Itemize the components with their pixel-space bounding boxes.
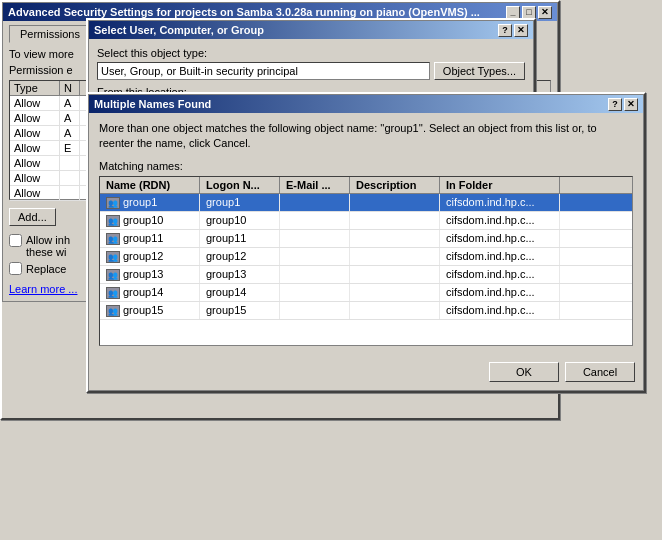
folder-cell: cifsdom.ind.hp.c... (440, 230, 560, 247)
minimize-button[interactable]: _ (506, 6, 520, 19)
allow-inh-label: Allow inh (26, 234, 70, 246)
name-cell (60, 156, 80, 170)
name-cell: 👥group15 (100, 302, 200, 319)
desc-cell (350, 266, 440, 283)
group-icon: 👥 (106, 305, 120, 317)
group-icon: 👥 (106, 197, 120, 209)
group-icon: 👥 (106, 287, 120, 299)
replace-checkbox[interactable] (9, 262, 22, 275)
name-cell (60, 171, 80, 185)
type-cell: Allow (10, 96, 60, 110)
learn-more-link[interactable]: Learn more ... (9, 283, 77, 295)
name-cell: 👥group1 (100, 194, 200, 211)
allow-inh-checkbox[interactable] (9, 234, 22, 247)
select-user-title: Select User, Computer, or Group (94, 24, 264, 36)
folder-cell: cifsdom.ind.hp.c... (440, 212, 560, 229)
type-cell: Allow (10, 186, 60, 200)
table-row[interactable]: 👥group10 group10 cifsdom.ind.hp.c... (100, 212, 632, 230)
table-row[interactable]: 👥group1 group1 cifsdom.ind.hp.c... (100, 194, 632, 212)
desc-cell (350, 284, 440, 301)
main-window-title: Advanced Security Settings for projects … (8, 6, 480, 18)
select-user-help-btn[interactable]: ? (498, 24, 512, 37)
col-folder: In Folder (440, 177, 560, 193)
email-cell (280, 230, 350, 247)
col-email: E-Mail ... (280, 177, 350, 193)
type-col-header: Type (10, 81, 60, 95)
email-cell (280, 266, 350, 283)
group-icon: 👥 (106, 251, 120, 263)
name-cell: A (60, 111, 80, 125)
name-cell: 👥group14 (100, 284, 200, 301)
name-cell: 👥group11 (100, 230, 200, 247)
email-cell (280, 284, 350, 301)
type-cell: Allow (10, 141, 60, 155)
desc-cell (350, 194, 440, 211)
folder-cell: cifsdom.ind.hp.c... (440, 266, 560, 283)
ok-button[interactable]: OK (489, 362, 559, 382)
desc-cell (350, 248, 440, 265)
name-cell: A (60, 126, 80, 140)
email-cell (280, 248, 350, 265)
group-icon: 👥 (106, 233, 120, 245)
name-cell: E (60, 141, 80, 155)
name-cell: 👥group13 (100, 266, 200, 283)
object-types-button[interactable]: Object Types... (434, 62, 525, 80)
name-cell: A (60, 96, 80, 110)
group-icon: 👥 (106, 215, 120, 227)
name-cell (60, 186, 80, 200)
email-cell (280, 194, 350, 211)
name-cell: 👥group10 (100, 212, 200, 229)
cancel-button[interactable]: Cancel (565, 362, 635, 382)
table-row[interactable]: 👥group14 group14 cifsdom.ind.hp.c... (100, 284, 632, 302)
mn-button-row: OK Cancel (89, 354, 643, 390)
tab-permissions[interactable]: Permissions (9, 25, 91, 43)
logon-cell: group1 (200, 194, 280, 211)
replace-label: Replace (26, 263, 66, 275)
name-cell: 👥group12 (100, 248, 200, 265)
maximize-button[interactable]: □ (522, 6, 536, 19)
close-button[interactable]: ✕ (538, 6, 552, 19)
select-object-type-label: Select this object type: (97, 47, 525, 59)
col-description: Description (350, 177, 440, 193)
logon-cell: group12 (200, 248, 280, 265)
folder-cell: cifsdom.ind.hp.c... (440, 248, 560, 265)
desc-cell (350, 302, 440, 319)
select-user-close-btn[interactable]: ✕ (514, 24, 528, 37)
table-row[interactable]: 👥group12 group12 cifsdom.ind.hp.c... (100, 248, 632, 266)
folder-cell: cifsdom.ind.hp.c... (440, 284, 560, 301)
table-row[interactable]: 👥group13 group13 cifsdom.ind.hp.c... (100, 266, 632, 284)
object-type-input[interactable] (97, 62, 430, 80)
matching-names-label: Matching names: (99, 160, 633, 172)
select-user-titlebar: Select User, Computer, or Group ? ✕ (89, 21, 533, 39)
folder-cell: cifsdom.ind.hp.c... (440, 302, 560, 319)
col-name-rdn: Name (RDN) (100, 177, 200, 193)
multiple-names-titlebar: Multiple Names Found ? ✕ (89, 95, 643, 113)
logon-cell: group13 (200, 266, 280, 283)
group-icon: 👥 (106, 269, 120, 281)
col-logon: Logon N... (200, 177, 280, 193)
mn-close-btn[interactable]: ✕ (624, 98, 638, 111)
type-cell: Allow (10, 156, 60, 170)
type-cell: Allow (10, 126, 60, 140)
mn-help-btn[interactable]: ? (608, 98, 622, 111)
multiple-names-title: Multiple Names Found (94, 98, 211, 110)
logon-cell: group11 (200, 230, 280, 247)
mn-description: More than one object matches the followi… (99, 121, 633, 152)
matching-names-table: Name (RDN) Logon N... E-Mail ... Descrip… (99, 176, 633, 346)
these-wi-label: these wi (26, 246, 66, 258)
table-row[interactable]: 👥group11 group11 cifsdom.ind.hp.c... (100, 230, 632, 248)
table-row[interactable]: 👥group15 group15 cifsdom.ind.hp.c... (100, 302, 632, 320)
email-cell (280, 212, 350, 229)
folder-cell: cifsdom.ind.hp.c... (440, 194, 560, 211)
name-col-header: N (60, 81, 80, 95)
type-cell: Allow (10, 111, 60, 125)
desc-cell (350, 212, 440, 229)
add-button[interactable]: Add... (9, 208, 56, 226)
logon-cell: group14 (200, 284, 280, 301)
type-cell: Allow (10, 171, 60, 185)
multiple-names-dialog: Multiple Names Found ? ✕ More than one o… (86, 92, 646, 393)
desc-cell (350, 230, 440, 247)
logon-cell: group10 (200, 212, 280, 229)
email-cell (280, 302, 350, 319)
logon-cell: group15 (200, 302, 280, 319)
